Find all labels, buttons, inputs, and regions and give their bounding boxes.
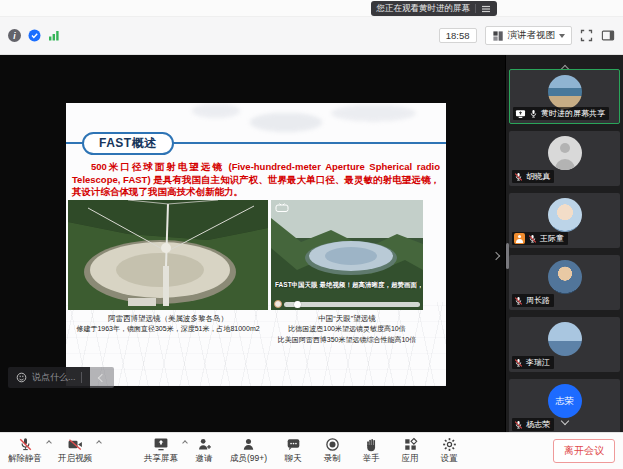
share-screen-label: 共享屏幕 xyxy=(144,453,178,465)
participant-label: 杨志荣 xyxy=(512,418,554,431)
avatar xyxy=(548,260,582,294)
record-label: 录制 xyxy=(324,453,341,465)
side-panel-toggle-icon[interactable] xyxy=(601,29,615,42)
chat-button[interactable]: 聊天 xyxy=(280,437,306,465)
video-progress-row xyxy=(274,300,420,308)
avatar xyxy=(548,198,582,232)
invite-button[interactable]: 邀请 xyxy=(191,437,217,465)
host-badge-icon xyxy=(514,233,525,244)
mic-muted-icon xyxy=(514,358,523,368)
fast-telescope-video[interactable]: FAST中国天眼 最绝视频！超高清晰度，超赞画面，超燃介绍 xyxy=(271,200,423,310)
top-toolbar: i 18:58 演讲者视图 xyxy=(0,17,623,55)
record-button[interactable]: 录制 xyxy=(319,437,345,465)
participant-tile[interactable]: 李瑞江 xyxy=(509,317,620,372)
participant-tile[interactable]: 胡晓真 xyxy=(509,131,620,186)
participant-label: 胡晓真 xyxy=(512,170,554,183)
arecibo-caption: 阿雷西博望远镜（美属波多黎各岛） 修建于1963年，镜面直径305米，深度51米… xyxy=(68,313,268,345)
apps-label: 应用 xyxy=(402,453,419,465)
video-progress-handle[interactable] xyxy=(294,301,301,308)
members-button[interactable]: 成员(99+) xyxy=(230,437,267,465)
fast-caption: 中国“天眼”望远镜 比德国波恩100米望远镜灵敏度高10倍 比美国阿雷西博350… xyxy=(271,313,423,345)
mic-muted-icon xyxy=(514,172,523,182)
participants-sidebar: 黄时进的屏幕共享 胡晓真 xyxy=(505,55,623,432)
presentation-slide: FAST概述 500米口径球面射电望远镜 (Five-hundred-meter… xyxy=(66,103,446,386)
participant-name: 王际童 xyxy=(540,233,564,244)
shared-screen-area: FAST概述 500米口径球面射电望远镜 (Five-hundred-meter… xyxy=(0,55,505,432)
participant-name: 李瑞江 xyxy=(526,357,550,368)
mute-options-chevron[interactable] xyxy=(46,440,52,446)
chat-collapse-button[interactable] xyxy=(90,367,114,388)
participant-label: 周长路 xyxy=(512,294,554,307)
avatar xyxy=(548,75,582,109)
meeting-window: 您正在观看黄时进的屏幕 i 18:58 xyxy=(0,0,623,469)
share-options-chevron[interactable] xyxy=(182,440,188,446)
security-shield-icon[interactable] xyxy=(28,29,41,42)
fast-caption-line1: 中国“天眼”望远镜 xyxy=(271,313,423,324)
participant-tile-host[interactable]: 王际童 xyxy=(509,193,620,248)
bottom-toolbar: 解除静音 开启视频 共享屏幕 xyxy=(0,432,623,469)
meeting-info-icon[interactable]: i xyxy=(8,29,21,42)
settings-button[interactable]: 设置 xyxy=(436,437,462,465)
mic-muted-icon xyxy=(528,234,537,244)
invite-label: 邀请 xyxy=(196,453,213,465)
chat-icon xyxy=(286,437,301,452)
chat-label: 聊天 xyxy=(285,453,302,465)
share-screen-icon xyxy=(153,437,169,452)
mic-on-icon xyxy=(529,109,538,119)
camera-off-icon xyxy=(67,437,83,452)
start-video-label: 开启视频 xyxy=(58,453,92,465)
video-options-chevron[interactable] xyxy=(96,440,102,446)
video-channel-icon xyxy=(274,300,282,308)
start-video-button[interactable]: 开启视频 xyxy=(58,437,92,465)
members-icon xyxy=(241,437,256,452)
watching-notification-text: 您正在观看黄时进的屏幕 xyxy=(377,3,471,15)
chevron-right-icon xyxy=(492,252,500,260)
fast-caption-line3: 比美国阿雷西博350米望远镜综合性能高10倍 xyxy=(271,335,423,346)
chat-divider xyxy=(81,372,82,383)
chat-input[interactable]: 说点什么... xyxy=(8,367,90,388)
participant-tile[interactable]: 周长路 xyxy=(509,255,620,310)
arecibo-caption-line1: 阿雷西博望远镜（美属波多黎各岛） xyxy=(68,313,268,324)
quick-chat-bar: 说点什么... xyxy=(8,367,114,388)
chevron-left-icon xyxy=(97,373,105,381)
notification-menu-icon[interactable] xyxy=(481,4,491,14)
apps-button[interactable]: 应用 xyxy=(397,437,423,465)
settings-label: 设置 xyxy=(441,453,458,465)
slide-title: FAST概述 xyxy=(82,132,174,155)
video-progress-bar[interactable] xyxy=(284,302,420,307)
network-signal-icon[interactable] xyxy=(48,30,60,41)
top-strip xyxy=(0,0,623,17)
fullscreen-icon[interactable] xyxy=(580,29,593,42)
watching-notification: 您正在观看黄时进的屏幕 xyxy=(371,1,498,16)
mic-muted-icon xyxy=(514,296,523,306)
view-mode-caret xyxy=(559,34,565,38)
leave-meeting-button[interactable]: 离开会议 xyxy=(553,439,615,463)
participant-tiles: 黄时进的屏幕共享 胡晓真 xyxy=(509,69,620,432)
gear-icon xyxy=(442,437,457,452)
arecibo-telescope-photo xyxy=(68,200,268,310)
members-label: 成员(99+) xyxy=(230,453,267,465)
raise-hand-label: 举手 xyxy=(363,453,380,465)
chevron-down-icon xyxy=(560,417,568,425)
view-mode-button[interactable]: 演讲者视图 xyxy=(485,26,573,45)
avatar-initials: 志荣 xyxy=(556,395,574,408)
record-icon xyxy=(325,437,340,452)
notification-divider xyxy=(475,4,476,13)
emoji-icon[interactable] xyxy=(16,372,27,383)
screen-share-icon xyxy=(515,109,526,119)
unmute-button[interactable]: 解除静音 xyxy=(8,437,42,465)
mic-muted-icon xyxy=(18,437,33,452)
chat-placeholder: 说点什么... xyxy=(32,371,76,384)
layout-view-icon xyxy=(492,30,504,42)
invite-icon xyxy=(197,437,212,452)
fast-caption-line2: 比德国波恩100米望远镜灵敏度高10倍 xyxy=(271,324,423,335)
mic-muted-icon xyxy=(514,420,523,430)
participant-tile-screen-share[interactable]: 黄时进的屏幕共享 xyxy=(509,69,620,124)
raise-hand-button[interactable]: 举手 xyxy=(358,437,384,465)
meeting-time: 18:58 xyxy=(439,28,477,43)
view-mode-label: 演讲者视图 xyxy=(508,29,556,42)
sidebar-more-button[interactable] xyxy=(562,410,568,428)
share-screen-button[interactable]: 共享屏幕 xyxy=(144,437,178,465)
raise-hand-icon xyxy=(364,437,379,452)
sidebar-expand-handle[interactable] xyxy=(493,245,499,263)
